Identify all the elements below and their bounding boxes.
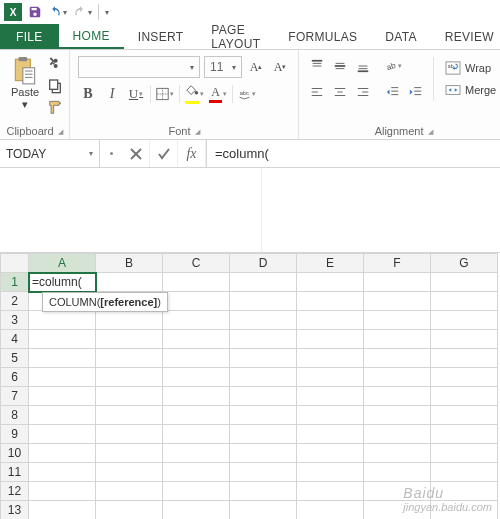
cell[interactable] — [96, 463, 163, 482]
cell[interactable] — [96, 349, 163, 368]
cell[interactable] — [431, 273, 498, 292]
cell[interactable] — [96, 482, 163, 501]
cell[interactable] — [163, 482, 230, 501]
cell[interactable] — [163, 387, 230, 406]
align-left-button[interactable] — [307, 82, 327, 102]
cell[interactable] — [163, 311, 230, 330]
phonetic-button[interactable]: abc ▾ — [237, 84, 257, 104]
tab-data[interactable]: DATA — [371, 24, 430, 49]
undo-button[interactable]: ▾ — [48, 5, 67, 19]
cancel-formula-button[interactable] — [122, 140, 150, 167]
cell[interactable] — [431, 292, 498, 311]
cell[interactable] — [29, 349, 96, 368]
cell[interactable] — [364, 444, 431, 463]
cell[interactable] — [163, 349, 230, 368]
cell[interactable] — [29, 368, 96, 387]
row-header[interactable]: 7 — [1, 387, 29, 406]
row-header[interactable]: 11 — [1, 463, 29, 482]
cell[interactable] — [431, 311, 498, 330]
row-header[interactable]: 13 — [1, 501, 29, 520]
cell[interactable] — [96, 425, 163, 444]
cell[interactable] — [230, 387, 297, 406]
cell[interactable] — [297, 368, 364, 387]
row-header[interactable]: 1 — [1, 273, 29, 292]
cell[interactable] — [163, 444, 230, 463]
col-header[interactable]: B — [96, 254, 163, 273]
underline-button[interactable]: U▾ — [126, 84, 146, 104]
tab-formulas[interactable]: FORMULAS — [274, 24, 371, 49]
row-header[interactable]: 10 — [1, 444, 29, 463]
cell[interactable] — [230, 406, 297, 425]
font-color-button[interactable]: A ▾ — [208, 84, 228, 104]
function-tooltip[interactable]: COLUMN([reference]) — [42, 292, 168, 312]
cell[interactable] — [364, 292, 431, 311]
cell[interactable] — [431, 330, 498, 349]
cell[interactable] — [364, 463, 431, 482]
cell[interactable] — [297, 501, 364, 520]
col-header[interactable]: C — [163, 254, 230, 273]
borders-button[interactable]: ▾ — [155, 84, 175, 104]
cell[interactable] — [230, 273, 297, 292]
font-size-select[interactable]: 11 ▾ — [204, 56, 242, 78]
cell[interactable] — [297, 311, 364, 330]
cell[interactable] — [163, 463, 230, 482]
grow-font-button[interactable]: A▴ — [246, 57, 266, 77]
align-bottom-button[interactable] — [353, 56, 373, 76]
italic-button[interactable]: I — [102, 84, 122, 104]
cell[interactable] — [230, 311, 297, 330]
cell[interactable] — [297, 330, 364, 349]
cell[interactable] — [364, 482, 431, 501]
tab-review[interactable]: REVIEW — [431, 24, 500, 49]
cell[interactable] — [297, 463, 364, 482]
paste-button[interactable]: Paste ▾ — [6, 54, 44, 118]
cell[interactable] — [364, 406, 431, 425]
row-header[interactable]: 12 — [1, 482, 29, 501]
cell[interactable] — [96, 501, 163, 520]
cell[interactable] — [96, 406, 163, 425]
cell[interactable] — [431, 368, 498, 387]
save-icon[interactable] — [28, 5, 42, 19]
tab-insert[interactable]: INSERT — [124, 24, 198, 49]
shrink-font-button[interactable]: A▾ — [270, 57, 290, 77]
cell[interactable] — [297, 425, 364, 444]
font-name-select[interactable]: ▾ — [78, 56, 200, 78]
align-center-button[interactable] — [330, 82, 350, 102]
tab-home[interactable]: HOME — [59, 24, 124, 49]
cell[interactable] — [431, 349, 498, 368]
col-header[interactable]: G — [431, 254, 498, 273]
col-header[interactable]: D — [230, 254, 297, 273]
align-top-button[interactable] — [307, 56, 327, 76]
insert-function-button[interactable]: fx — [178, 140, 206, 167]
cell[interactable] — [29, 406, 96, 425]
cell[interactable] — [230, 444, 297, 463]
cell[interactable] — [230, 482, 297, 501]
cell[interactable] — [163, 273, 230, 292]
cell[interactable] — [163, 330, 230, 349]
enter-formula-button[interactable] — [150, 140, 178, 167]
cell[interactable] — [297, 273, 364, 292]
row-header[interactable]: 9 — [1, 425, 29, 444]
cell[interactable] — [297, 349, 364, 368]
cell[interactable] — [29, 463, 96, 482]
cell[interactable] — [96, 330, 163, 349]
customize-qat-icon[interactable]: ▾ — [105, 8, 109, 17]
cell[interactable] — [29, 311, 96, 330]
cell[interactable] — [163, 501, 230, 520]
cell[interactable] — [431, 501, 498, 520]
align-right-button[interactable] — [353, 82, 373, 102]
cell[interactable] — [364, 387, 431, 406]
tab-page-layout[interactable]: PAGE LAYOUT — [197, 24, 274, 49]
cell[interactable] — [29, 330, 96, 349]
cell[interactable] — [230, 330, 297, 349]
cell[interactable] — [29, 482, 96, 501]
cell[interactable] — [230, 501, 297, 520]
cut-icon[interactable] — [47, 56, 63, 72]
cell[interactable] — [431, 482, 498, 501]
row-header[interactable]: 6 — [1, 368, 29, 387]
cell[interactable] — [431, 425, 498, 444]
cell[interactable] — [29, 387, 96, 406]
bold-button[interactable]: B — [78, 84, 98, 104]
cell-A1[interactable]: =column( — [29, 273, 96, 292]
cell[interactable] — [96, 387, 163, 406]
cell[interactable] — [297, 444, 364, 463]
